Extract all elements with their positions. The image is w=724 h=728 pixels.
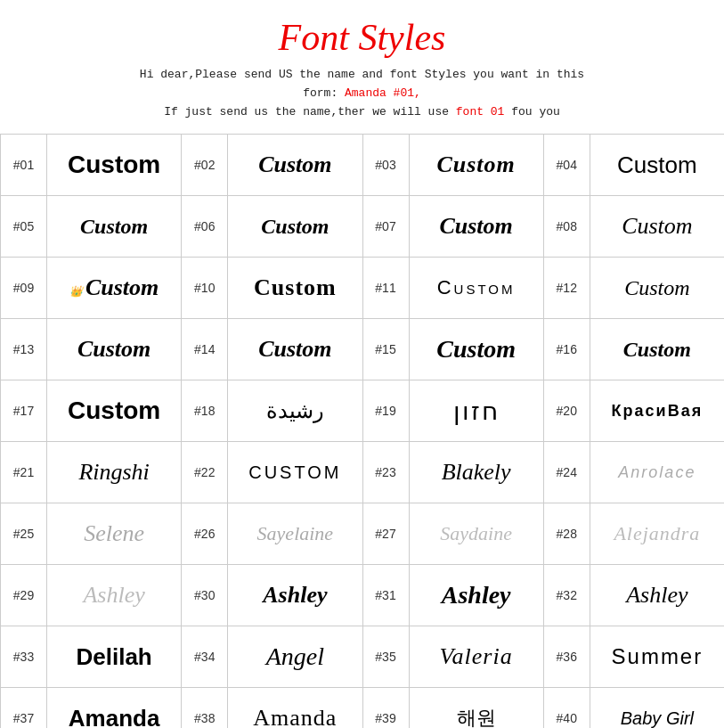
font-number: #38 — [182, 688, 228, 728]
font-sample: КрасиВая — [590, 380, 724, 441]
font-sample: Custom — [410, 135, 544, 195]
font-number: #11 — [363, 258, 410, 318]
font-number: #24 — [544, 442, 590, 503]
font-sample: Angel — [228, 626, 362, 687]
font-sample: Blakely — [410, 442, 544, 503]
font-number: #16 — [544, 319, 590, 380]
font-number: #27 — [363, 503, 410, 564]
font-sample: Anrolace — [590, 442, 724, 503]
font-number: #21 — [1, 442, 47, 503]
grid-row: #29Ashley#30Ashley#31Ashley#32Ashley — [1, 565, 724, 626]
font-number: #09 — [1, 258, 47, 318]
font-sample: Sayelaine — [228, 503, 362, 564]
font-sample: Custom — [228, 319, 362, 380]
font-sample: Custom — [228, 135, 362, 195]
grid-row: #17Custom#18رشيدة#19חזון#20КрасиВая — [1, 380, 724, 442]
font-number: #36 — [544, 626, 590, 687]
subtitle-line2-prefix: form: — [303, 86, 345, 100]
font-sample: Custom — [47, 319, 182, 380]
subtitle-form-example: Amanda #01, — [345, 86, 421, 100]
font-sample: Ashley — [590, 565, 724, 626]
font-number: #25 — [1, 503, 47, 564]
font-sample: 해원 — [410, 688, 544, 728]
font-number: #07 — [363, 196, 410, 257]
font-number: #32 — [544, 565, 590, 626]
font-number: #05 — [1, 196, 47, 257]
grid-row: #13Custom#14Custom#15Custom#16Custom — [1, 319, 724, 380]
font-number: #22 — [182, 442, 228, 503]
font-number: #29 — [1, 565, 47, 626]
subtitle: Hi dear,Please send US the name and font… — [0, 66, 724, 121]
font-sample: رشيدة — [228, 380, 362, 441]
font-sample: Custom — [47, 135, 182, 195]
font-sample: Custom — [47, 380, 182, 441]
font-sample: Ashley — [47, 565, 182, 626]
font-number: #02 — [182, 135, 228, 195]
font-sample: Custom — [47, 258, 182, 318]
font-number: #26 — [182, 503, 228, 564]
font-sample: Custom — [410, 196, 544, 257]
font-number: #01 — [1, 135, 47, 195]
font-sample: Custom — [410, 319, 544, 380]
font-styles-page: Font Styles Hi dear,Please send US the n… — [0, 0, 724, 728]
font-number: #34 — [182, 626, 228, 687]
font-number: #20 — [544, 380, 590, 441]
font-number: #06 — [182, 196, 228, 257]
font-sample: Amanda — [47, 688, 182, 728]
font-number: #08 — [544, 196, 590, 257]
font-number: #30 — [182, 565, 228, 626]
font-number: #19 — [363, 380, 410, 441]
font-number: #04 — [544, 135, 590, 195]
font-number: #33 — [1, 626, 47, 687]
font-sample: Summer — [590, 626, 724, 687]
font-number: #23 — [363, 442, 410, 503]
grid-row: #05Custom#06Custom#07Custom#08Custom — [1, 196, 724, 258]
font-number: #17 — [1, 380, 47, 441]
font-sample: Ashley — [228, 565, 362, 626]
font-grid: #01Custom#02Custom#03Custom#04Custom#05C… — [0, 134, 724, 728]
font-sample: Ashley — [410, 565, 544, 626]
subtitle-line1: Hi dear,Please send US the name and font… — [140, 68, 584, 81]
subtitle-line3-suffix: fou you — [504, 105, 559, 119]
font-sample: Custom — [590, 196, 724, 257]
grid-row: #21Ringshi#22CUSTOM#23Blakely#24Anrolace — [1, 442, 724, 503]
font-sample: חזון — [410, 380, 544, 441]
font-sample: Selene — [47, 503, 182, 564]
font-number: #13 — [1, 319, 47, 380]
font-sample: Amanda — [228, 688, 362, 728]
font-number: #03 — [363, 135, 410, 195]
font-sample: Custom — [590, 319, 724, 380]
font-number: #18 — [182, 380, 228, 441]
grid-row: #01Custom#02Custom#03Custom#04Custom — [1, 135, 724, 196]
font-sample: CUSTOM — [228, 442, 362, 503]
font-sample: Custom — [47, 196, 182, 257]
font-number: #12 — [544, 258, 590, 318]
font-number: #40 — [544, 688, 590, 728]
font-sample: Custom — [228, 258, 362, 318]
subtitle-line3-prefix: If just send us the name,ther we will us… — [164, 105, 456, 119]
font-number: #28 — [544, 503, 590, 564]
subtitle-font01: font 01 — [456, 105, 505, 119]
font-sample: Valeria — [410, 626, 544, 687]
grid-row: #33Delilah#34Angel#35Valeria#36Summer — [1, 626, 724, 688]
font-sample: Custom — [228, 196, 362, 257]
font-sample: Custom — [590, 135, 724, 195]
grid-row: #37Amanda#38Amanda#39해원#40Baby Girl — [1, 688, 724, 728]
font-sample: Ringshi — [47, 442, 182, 503]
font-number: #10 — [182, 258, 228, 318]
font-sample: Saydaine — [410, 503, 544, 564]
font-sample: Custom — [590, 258, 724, 318]
font-sample: Baby Girl — [590, 688, 724, 728]
font-number: #14 — [182, 319, 228, 380]
font-sample: Delilah — [47, 626, 182, 687]
font-number: #35 — [363, 626, 410, 687]
font-number: #37 — [1, 688, 47, 728]
grid-row: #09Custom#10Custom#11Custom#12Custom — [1, 258, 724, 319]
font-sample: Alejandra — [590, 503, 724, 564]
font-number: #39 — [363, 688, 410, 728]
font-sample: Custom — [410, 258, 544, 318]
font-number: #15 — [363, 319, 410, 380]
font-number: #31 — [363, 565, 410, 626]
grid-row: #25Selene#26Sayelaine#27Saydaine#28Aleja… — [1, 503, 724, 565]
page-title: Font Styles — [0, 9, 724, 59]
